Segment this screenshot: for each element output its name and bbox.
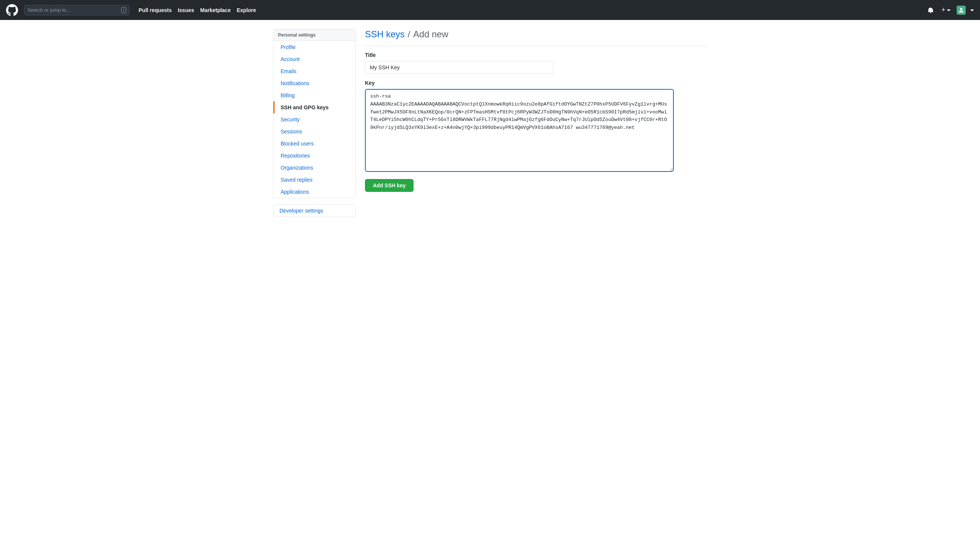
pull-requests-link[interactable]: Pull requests (138, 7, 172, 13)
page-layout: Personal settings Profile Account Emails… (264, 29, 716, 217)
sidebar-item-blocked-users[interactable]: Blocked users (274, 137, 356, 150)
sidebar: Personal settings Profile Account Emails… (273, 29, 356, 217)
sidebar-item-security[interactable]: Security (274, 113, 356, 126)
sidebar-item-notifications[interactable]: Notifications (274, 77, 356, 89)
explore-link[interactable]: Explore (237, 7, 256, 13)
sidebar-item-profile[interactable]: Profile (274, 41, 356, 53)
nav-links: Pull requests Issues Marketplace Explore (138, 7, 256, 13)
navbar-right: + (926, 6, 974, 15)
ssh-keys-breadcrumb-link[interactable]: SSH keys (365, 29, 404, 40)
key-field-group: Key (365, 80, 707, 173)
marketplace-link[interactable]: Marketplace (200, 7, 231, 13)
sidebar-item-ssh-gpg-keys[interactable]: SSH and GPG keys (274, 101, 356, 113)
breadcrumb-separator: / (407, 29, 410, 40)
title-label: Title (365, 52, 707, 58)
sidebar-item-account[interactable]: Account (274, 53, 356, 65)
navbar: / Pull requests Issues Marketplace Explo… (0, 0, 980, 20)
title-input[interactable] (365, 61, 553, 74)
page-header: SSH keys / Add new (365, 29, 707, 46)
add-ssh-key-group: Add SSH key (365, 179, 707, 192)
developer-settings-section: Developer settings (273, 204, 356, 217)
github-logo[interactable] (6, 4, 18, 16)
sidebar-item-emails[interactable]: Emails (274, 65, 356, 77)
key-label: Key (365, 80, 707, 86)
avatar-btn[interactable] (957, 6, 966, 15)
page-title: Add new (413, 29, 448, 40)
sidebar-item-sessions[interactable]: Sessions (274, 126, 356, 137)
slash-kbd: / (121, 7, 126, 13)
notifications-btn[interactable] (926, 7, 935, 13)
sidebar-item-applications[interactable]: Applications (274, 186, 356, 198)
sidebar-nav: Profile Account Emails Notifications Bil… (273, 41, 356, 198)
developer-settings-link[interactable]: Developer settings (274, 205, 356, 217)
search-input[interactable] (27, 7, 118, 13)
avatar-chevron (970, 8, 974, 12)
main-content: SSH keys / Add new Title Key Add SSH key (365, 29, 707, 217)
sidebar-item-repositories[interactable]: Repositories (274, 150, 356, 162)
sidebar-item-organizations[interactable]: Organizations (274, 162, 356, 174)
title-field-group: Title (365, 52, 707, 74)
issues-link[interactable]: Issues (178, 7, 194, 13)
add-btn[interactable]: + (940, 6, 952, 14)
sidebar-item-billing[interactable]: Billing (274, 89, 356, 101)
search-bar[interactable]: / (24, 5, 130, 16)
key-textarea[interactable] (365, 89, 674, 172)
add-ssh-key-button[interactable]: Add SSH key (365, 179, 414, 192)
sidebar-section-title: Personal settings (273, 29, 356, 41)
sidebar-item-saved-replies[interactable]: Saved replies (274, 174, 356, 186)
